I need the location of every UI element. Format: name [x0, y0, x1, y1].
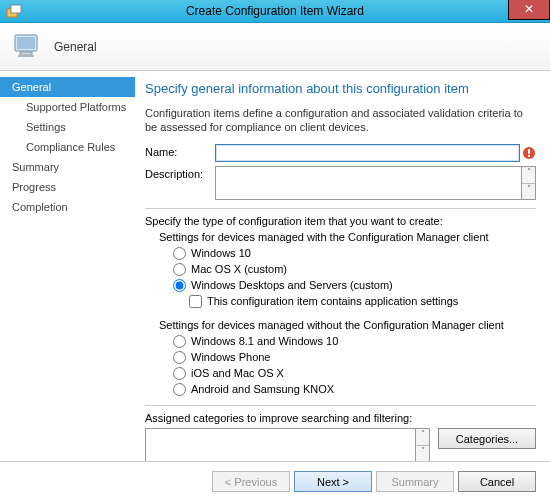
description-input[interactable] [215, 166, 522, 200]
radio-windows-phone[interactable]: Windows Phone [173, 349, 536, 365]
wizard-header: General [0, 23, 550, 71]
categories-scroll[interactable]: ˄ ˅ [416, 428, 430, 461]
description-label: Description: [145, 166, 215, 180]
radio-windows-desktops-and-servers-custom-[interactable]: Windows Desktops and Servers (custom) [173, 277, 536, 293]
radio-input[interactable] [173, 247, 186, 260]
wizard-sidebar: GeneralSupported PlatformsSettingsCompli… [0, 71, 135, 461]
app-icon [6, 3, 22, 19]
radio-input[interactable] [173, 383, 186, 396]
sidebar-item-summary[interactable]: Summary [0, 157, 135, 177]
categories-label: Assigned categories to improve searching… [145, 412, 536, 424]
wizard-footer: < Previous Next > Summary Cancel [0, 461, 550, 501]
categories-button[interactable]: Categories... [438, 428, 536, 449]
sidebar-item-completion[interactable]: Completion [0, 197, 135, 217]
svg-rect-3 [17, 37, 35, 49]
header-step-label: General [54, 40, 97, 54]
radio-label: Windows Desktops and Servers (custom) [191, 277, 393, 293]
app-settings-checkbox[interactable] [189, 295, 202, 308]
close-button[interactable]: ✕ [508, 0, 550, 20]
page-intro: Configuration items define a configurati… [145, 106, 536, 134]
name-label: Name: [145, 144, 215, 158]
radio-label: Windows Phone [191, 349, 271, 365]
sidebar-item-compliance-rules[interactable]: Compliance Rules [0, 137, 135, 157]
sidebar-item-supported-platforms[interactable]: Supported Platforms [0, 97, 135, 117]
sidebar-item-general[interactable]: General [0, 77, 135, 97]
svg-rect-4 [20, 52, 32, 55]
radio-ios-and-mac-os-x[interactable]: iOS and Mac OS X [173, 365, 536, 381]
group-without-label: Settings for devices managed without the… [159, 319, 536, 331]
radio-label: Mac OS X (custom) [191, 261, 287, 277]
next-button[interactable]: Next > [294, 471, 372, 492]
chevron-down-icon[interactable]: ˅ [416, 446, 429, 462]
group-with-label: Settings for devices managed with the Co… [159, 231, 536, 243]
radio-label: Windows 8.1 and Windows 10 [191, 333, 338, 349]
radio-input[interactable] [173, 263, 186, 276]
radio-input[interactable] [173, 335, 186, 348]
summary-button: Summary [376, 471, 454, 492]
divider [145, 208, 536, 209]
svg-rect-1 [11, 5, 21, 13]
cancel-button[interactable]: Cancel [458, 471, 536, 492]
categories-list[interactable] [145, 428, 416, 461]
close-icon: ✕ [524, 2, 534, 16]
radio-label: iOS and Mac OS X [191, 365, 284, 381]
window-title: Create Configuration Item Wizard [0, 4, 550, 18]
computer-icon [12, 31, 44, 63]
title-bar: Create Configuration Item Wizard ✕ [0, 0, 550, 23]
app-settings-checkbox-row[interactable]: This configuration item contains applica… [189, 293, 536, 309]
page-title: Specify general information about this c… [145, 81, 536, 96]
chevron-down-icon[interactable]: ˅ [522, 184, 535, 200]
radio-input[interactable] [173, 351, 186, 364]
sidebar-item-settings[interactable]: Settings [0, 117, 135, 137]
radio-windows-10[interactable]: Windows 10 [173, 245, 536, 261]
app-settings-label: This configuration item contains applica… [207, 293, 458, 309]
radio-label: Windows 10 [191, 245, 251, 261]
sidebar-item-progress[interactable]: Progress [0, 177, 135, 197]
description-scroll[interactable]: ˄ ˅ [522, 166, 536, 200]
radio-label: Android and Samsung KNOX [191, 381, 334, 397]
radio-input[interactable] [173, 367, 186, 380]
error-icon [522, 146, 536, 160]
svg-rect-5 [18, 55, 34, 57]
svg-rect-7 [528, 149, 530, 154]
divider [145, 405, 536, 406]
radio-android-and-samsung-knox[interactable]: Android and Samsung KNOX [173, 381, 536, 397]
wizard-content: Specify general information about this c… [135, 71, 550, 461]
svg-rect-8 [528, 155, 530, 157]
chevron-up-icon[interactable]: ˄ [416, 429, 429, 446]
name-input[interactable] [215, 144, 520, 162]
radio-windows-8-1-and-windows-10[interactable]: Windows 8.1 and Windows 10 [173, 333, 536, 349]
radio-input[interactable] [173, 279, 186, 292]
chevron-up-icon[interactable]: ˄ [522, 167, 535, 184]
radio-mac-os-x-custom-[interactable]: Mac OS X (custom) [173, 261, 536, 277]
type-label: Specify the type of configuration item t… [145, 215, 536, 227]
previous-button: < Previous [212, 471, 290, 492]
